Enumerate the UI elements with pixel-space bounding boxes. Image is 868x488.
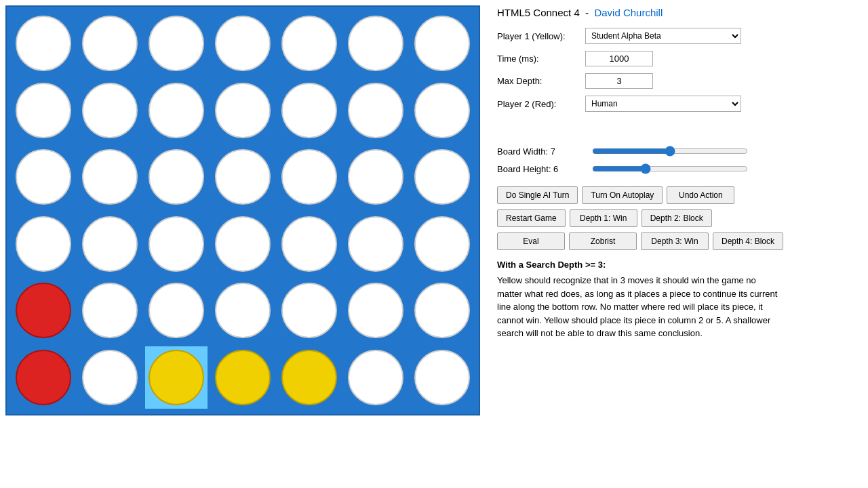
game-board[interactable] bbox=[5, 5, 480, 415]
player2-label: Player 2 (Red): bbox=[497, 99, 585, 109]
cell-5-4[interactable] bbox=[278, 346, 340, 409]
piece-0-6 bbox=[414, 16, 470, 71]
cell-5-5[interactable] bbox=[344, 346, 407, 409]
piece-5-2 bbox=[149, 350, 204, 405]
piece-1-0 bbox=[16, 83, 71, 138]
piece-0-2 bbox=[149, 16, 204, 71]
cell-0-6[interactable] bbox=[411, 12, 473, 75]
player1-label: Player 1 (Yellow): bbox=[497, 31, 585, 41]
cell-4-4[interactable] bbox=[278, 279, 340, 342]
cell-5-6[interactable] bbox=[411, 346, 473, 409]
cell-2-5[interactable] bbox=[344, 146, 407, 209]
maxdepth-input[interactable] bbox=[585, 73, 653, 89]
cell-3-3[interactable] bbox=[212, 213, 274, 276]
piece-4-6 bbox=[414, 283, 470, 338]
piece-3-0 bbox=[16, 216, 71, 272]
cell-2-1[interactable] bbox=[79, 146, 141, 209]
piece-2-0 bbox=[16, 149, 71, 205]
cell-0-4[interactable] bbox=[278, 12, 340, 75]
piece-5-4 bbox=[281, 350, 337, 405]
cell-3-0[interactable] bbox=[12, 213, 75, 276]
cell-5-0[interactable] bbox=[12, 346, 75, 409]
cell-3-5[interactable] bbox=[344, 213, 407, 276]
cell-5-2[interactable] bbox=[145, 346, 208, 409]
cell-2-2[interactable] bbox=[145, 146, 208, 209]
piece-2-1 bbox=[82, 149, 138, 205]
cell-2-6[interactable] bbox=[411, 146, 473, 209]
info-title: With a Search Depth >= 3: bbox=[497, 260, 856, 270]
cell-2-4[interactable] bbox=[278, 146, 340, 209]
cell-1-4[interactable] bbox=[278, 79, 340, 142]
zobrist-button[interactable]: Zobrist bbox=[569, 232, 637, 250]
piece-4-1 bbox=[82, 283, 138, 338]
cell-0-0[interactable] bbox=[12, 12, 75, 75]
piece-2-4 bbox=[281, 149, 337, 205]
depth4-block-button[interactable]: Depth 4: Block bbox=[713, 232, 783, 250]
piece-3-6 bbox=[414, 216, 470, 272]
cell-2-3[interactable] bbox=[212, 146, 274, 209]
time-label: Time (ms): bbox=[497, 54, 585, 64]
cell-0-1[interactable] bbox=[79, 12, 141, 75]
piece-4-3 bbox=[215, 283, 271, 338]
cell-5-3[interactable] bbox=[212, 346, 274, 409]
piece-1-4 bbox=[281, 83, 337, 138]
cell-3-6[interactable] bbox=[411, 213, 473, 276]
piece-5-6 bbox=[414, 350, 470, 405]
control-panel: HTML5 Connect 4 - David Churchill Player… bbox=[485, 0, 868, 488]
cell-1-5[interactable] bbox=[344, 79, 407, 142]
cell-1-2[interactable] bbox=[145, 79, 208, 142]
app-title: HTML5 Connect 4 - David Churchill bbox=[497, 7, 856, 18]
cell-0-2[interactable] bbox=[145, 12, 208, 75]
autoplay-button[interactable]: Turn On Autoplay bbox=[582, 186, 663, 204]
piece-2-5 bbox=[348, 149, 403, 205]
cell-1-3[interactable] bbox=[212, 79, 274, 142]
button-section: Do Single AI Turn Turn On Autoplay Undo … bbox=[497, 186, 856, 250]
cell-4-2[interactable] bbox=[145, 279, 208, 342]
piece-5-1 bbox=[82, 350, 138, 405]
restart-button[interactable]: Restart Game bbox=[497, 209, 566, 227]
piece-2-3 bbox=[215, 149, 271, 205]
cell-4-3[interactable] bbox=[212, 279, 274, 342]
cell-4-0[interactable] bbox=[12, 279, 75, 342]
cell-3-2[interactable] bbox=[145, 213, 208, 276]
info-section: With a Search Depth >= 3: Yellow should … bbox=[497, 260, 856, 340]
cell-1-1[interactable] bbox=[79, 79, 141, 142]
cell-4-5[interactable] bbox=[344, 279, 407, 342]
cell-5-1[interactable] bbox=[79, 346, 141, 409]
time-input[interactable] bbox=[585, 51, 653, 66]
cell-1-0[interactable] bbox=[12, 79, 75, 142]
depth2-block-button[interactable]: Depth 2: Block bbox=[642, 209, 712, 227]
piece-4-5 bbox=[348, 283, 403, 338]
piece-1-3 bbox=[215, 83, 271, 138]
piece-4-2 bbox=[149, 283, 204, 338]
board-height-slider[interactable] bbox=[592, 163, 748, 174]
cell-4-6[interactable] bbox=[411, 279, 473, 342]
cell-3-1[interactable] bbox=[79, 213, 141, 276]
piece-0-5 bbox=[348, 16, 403, 71]
cell-0-5[interactable] bbox=[344, 12, 407, 75]
depth3-win-button[interactable]: Depth 3: Win bbox=[641, 232, 709, 250]
piece-4-0 bbox=[16, 283, 71, 338]
board-width-slider[interactable] bbox=[592, 146, 748, 157]
player1-select[interactable]: Student Alpha Beta Human Random AI Simpl… bbox=[585, 28, 741, 44]
piece-3-5 bbox=[348, 216, 403, 272]
piece-0-3 bbox=[215, 16, 271, 71]
cell-4-1[interactable] bbox=[79, 279, 141, 342]
undo-button[interactable]: Undo Action bbox=[667, 186, 734, 204]
eval-button[interactable]: Eval bbox=[497, 232, 565, 250]
player2-select[interactable]: Human Random AI Simple AI Student Alpha … bbox=[585, 96, 741, 112]
single-ai-button[interactable]: Do Single AI Turn bbox=[497, 186, 578, 204]
cell-0-3[interactable] bbox=[212, 12, 274, 75]
piece-0-1 bbox=[82, 16, 138, 71]
piece-2-6 bbox=[414, 149, 470, 205]
cell-2-0[interactable] bbox=[12, 146, 75, 209]
piece-3-4 bbox=[281, 216, 337, 272]
piece-1-2 bbox=[149, 83, 204, 138]
piece-4-4 bbox=[281, 283, 337, 338]
board-width-label: Board Width: 7 bbox=[497, 146, 592, 157]
author-link[interactable]: David Churchill bbox=[594, 7, 663, 18]
cell-1-6[interactable] bbox=[411, 79, 473, 142]
piece-5-0 bbox=[16, 350, 71, 405]
cell-3-4[interactable] bbox=[278, 213, 340, 276]
depth1-win-button[interactable]: Depth 1: Win bbox=[570, 209, 637, 227]
